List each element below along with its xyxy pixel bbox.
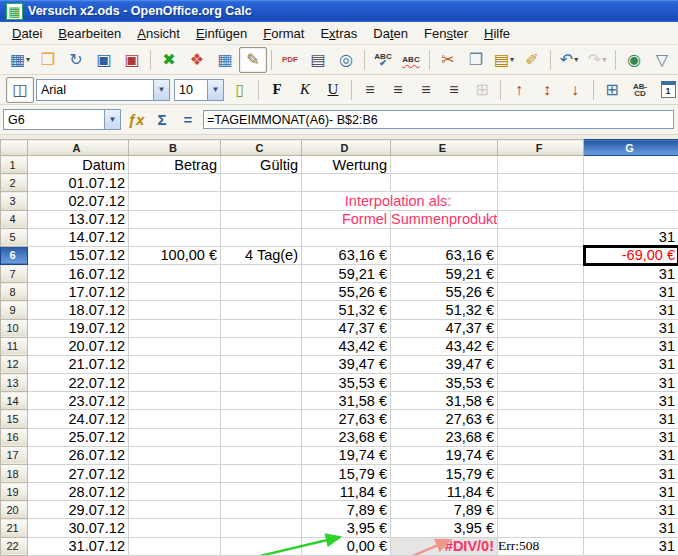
row-header-9[interactable]: 9 [1, 301, 28, 319]
cell-E1[interactable] [391, 156, 498, 174]
cell-reference-box[interactable]: G6 ▼ [3, 109, 121, 130]
cell-F7[interactable] [498, 265, 584, 283]
cell-A2[interactable]: 01.07.12 [28, 174, 129, 192]
cell-E15[interactable]: 27,63 € [391, 410, 498, 428]
undo-button[interactable]: ↶▾ [555, 47, 583, 73]
cell-C8[interactable] [221, 283, 302, 301]
cell-G10[interactable]: 31 [584, 319, 678, 337]
cell-B1[interactable]: Betrag [129, 156, 221, 174]
cell-G8[interactable]: 31 [584, 283, 678, 301]
cell-D21[interactable]: 3,95 € [302, 519, 391, 537]
save-as-button[interactable]: ▣ [118, 47, 146, 73]
reload-button[interactable]: ↻ [62, 47, 90, 73]
menu-ansicht[interactable]: Ansicht [129, 24, 188, 43]
cell-G9[interactable]: 31 [584, 301, 678, 319]
cell-F14[interactable] [498, 392, 584, 410]
cell-D2[interactable] [302, 174, 391, 192]
row-header-18[interactable]: 18 [1, 464, 28, 482]
cell-B9[interactable] [129, 301, 221, 319]
cell-E13[interactable]: 35,53 € [391, 374, 498, 392]
menu-einfgen[interactable]: Einfügen [188, 24, 255, 43]
cell-B13[interactable] [129, 374, 221, 392]
cell-G5[interactable]: 31 [584, 228, 678, 246]
row-header-8[interactable]: 8 [1, 283, 28, 301]
cell-A3[interactable]: 02.07.12 [28, 192, 129, 210]
new-document-button[interactable]: ▦▾ [6, 47, 34, 73]
auto-spellcheck-button[interactable]: ABC [397, 47, 425, 73]
cell-E9[interactable]: 51,32 € [391, 301, 498, 319]
row-header-7[interactable]: 7 [1, 265, 28, 283]
cell-G6[interactable]: -69,00 € [584, 246, 678, 264]
cell-E18[interactable]: 15,79 € [391, 464, 498, 482]
cell-A16[interactable]: 25.07.12 [28, 428, 129, 446]
menu-bearbeiten[interactable]: Bearbeiten [50, 24, 129, 43]
cell-A11[interactable]: 20.07.12 [28, 337, 129, 355]
cell-B14[interactable] [129, 392, 221, 410]
align-center-button[interactable]: ≡ [384, 77, 412, 103]
sum-button[interactable]: Σ [151, 109, 173, 131]
chevron-down-icon[interactable]: ▼ [153, 80, 169, 100]
cell-E21[interactable]: 3,95 € [391, 519, 498, 537]
cell-A8[interactable]: 17.07.12 [28, 283, 129, 301]
cell-E16[interactable]: 23,68 € [391, 428, 498, 446]
row-header-6[interactable]: 6 [1, 246, 28, 264]
column-header-G[interactable]: G [584, 140, 678, 156]
select-all-corner[interactable] [1, 140, 28, 156]
row-header-22[interactable]: 22 [1, 537, 28, 555]
copy-button[interactable]: ❐ [462, 47, 490, 73]
cell-B6[interactable]: 100,00 € [129, 246, 221, 264]
cell-G21[interactable]: 31 [584, 519, 678, 537]
row-header-17[interactable]: 17 [1, 446, 28, 464]
cell-C19[interactable] [221, 483, 302, 501]
cell-A19[interactable]: 28.07.12 [28, 483, 129, 501]
cell-D6[interactable]: 63,16 € [302, 246, 391, 264]
cell-A10[interactable]: 19.07.12 [28, 319, 129, 337]
column-header-A[interactable]: A [28, 140, 129, 156]
cell-D10[interactable]: 47,37 € [302, 319, 391, 337]
cell-E4[interactable]: Summenprodukt [391, 210, 498, 228]
cell-F10[interactable] [498, 319, 584, 337]
cell-D3[interactable]: Interpolation als: [302, 192, 498, 210]
row-header-11[interactable]: 11 [1, 337, 28, 355]
cell-G22[interactable]: 31 [584, 537, 678, 555]
cell-E2[interactable] [391, 174, 498, 192]
cell-C16[interactable] [221, 428, 302, 446]
cell-G16[interactable]: 31 [584, 428, 678, 446]
cell-G17[interactable]: 31 [584, 446, 678, 464]
cell-B5[interactable] [129, 228, 221, 246]
cell-F11[interactable] [498, 337, 584, 355]
cell-D12[interactable]: 39,47 € [302, 355, 391, 373]
row-header-4[interactable]: 4 [1, 210, 28, 228]
cell-D1[interactable]: Wertung [302, 156, 391, 174]
row-header-14[interactable]: 14 [1, 392, 28, 410]
italic-button[interactable]: K [291, 77, 319, 103]
function-wizard-button[interactable]: ƒx [125, 109, 147, 131]
cell-C2[interactable] [221, 174, 302, 192]
column-header-B[interactable]: B [129, 140, 221, 156]
cell-C15[interactable] [221, 410, 302, 428]
cell-C14[interactable] [221, 392, 302, 410]
cell-C3[interactable] [221, 192, 302, 210]
cell-B20[interactable] [129, 501, 221, 519]
redo-button[interactable]: ↷▾ [583, 47, 611, 73]
row-header-13[interactable]: 13 [1, 374, 28, 392]
cell-G3[interactable] [584, 192, 678, 210]
styles-window-button[interactable]: ◫ [6, 77, 34, 103]
align-bottom-button[interactable]: ↓ [561, 77, 589, 103]
formula-input[interactable] [203, 110, 674, 129]
cell-F8[interactable] [498, 283, 584, 301]
cell-F12[interactable] [498, 355, 584, 373]
cell-G2[interactable] [584, 174, 678, 192]
excel-format-button[interactable]: ✖ [155, 47, 183, 73]
menu-fenster[interactable]: Fenster [416, 24, 476, 43]
bold-button[interactable]: F [263, 77, 291, 103]
cell-D17[interactable]: 19,74 € [302, 446, 391, 464]
row-header-12[interactable]: 12 [1, 355, 28, 373]
cell-D5[interactable] [302, 228, 391, 246]
row-header-19[interactable]: 19 [1, 483, 28, 501]
cell-B17[interactable] [129, 446, 221, 464]
column-header-E[interactable]: E [391, 140, 498, 156]
cell-D4[interactable]: Formel [302, 210, 391, 228]
cell-F15[interactable] [498, 410, 584, 428]
cell-B15[interactable] [129, 410, 221, 428]
